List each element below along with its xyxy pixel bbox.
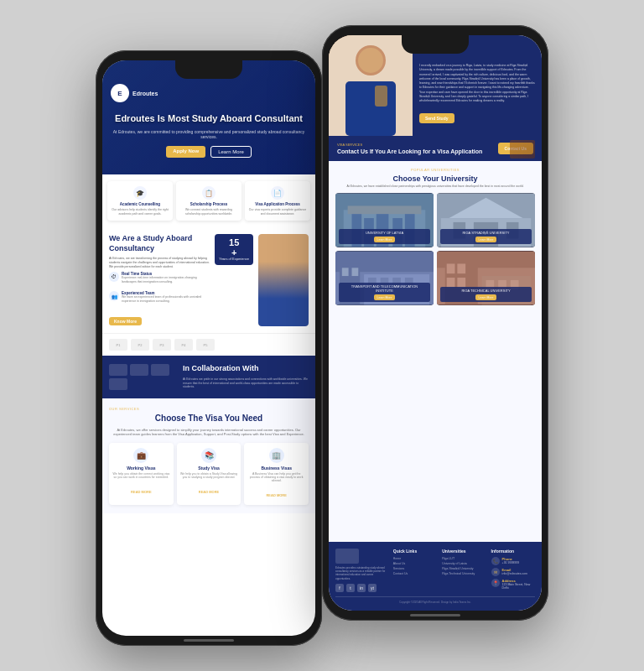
passport-decoration (510, 140, 535, 159)
footer-info-col: Information 📞 Phone +91 9999999 ✉ Email (491, 549, 535, 592)
footer-link-contact[interactable]: Contact Us (393, 572, 437, 575)
facebook-icon[interactable]: f (335, 584, 344, 592)
partner-3: P3 (153, 339, 171, 351)
learn-button[interactable]: Learn More (210, 146, 252, 158)
linkedin-icon[interactable]: in (357, 584, 366, 592)
fourth-image: RIGA TECHNICAL UNIVERSITY Learn More (437, 251, 535, 305)
footer-uni-1[interactable]: Riga LUT (442, 557, 486, 560)
fourth-name: RIGA TECHNICAL UNIVERSITY (444, 289, 528, 293)
service-cards-row: 🎓 Academic Counselling Our advisors help… (102, 174, 315, 227)
riga-btn[interactable]: Learn More (475, 237, 497, 242)
working-visa-icon: 💼 (133, 448, 148, 463)
right-screen: ❝ I recently embarked on a journey to Ri… (329, 35, 542, 611)
testimonial-person-image (329, 35, 413, 136)
send-study-button[interactable]: Send Study (419, 113, 454, 123)
footer-uni-4[interactable]: Riga Technical University (442, 572, 486, 575)
svg-rect-35 (447, 278, 455, 288)
hero-subtitle: At Edroutes, we are committed to providi… (111, 129, 307, 139)
visa-cta-tag: VISA SERVICES (337, 143, 482, 147)
fourth-label: RIGA TECHNICAL UNIVERSITY Learn More (440, 287, 532, 302)
footer-uni-3[interactable]: Riga Stradiņš University (442, 567, 486, 570)
left-notch (175, 60, 242, 79)
visa-section: OUR SERVICES Choose The Visa You Need At… (102, 398, 315, 513)
working-visa-link[interactable]: READ MORE (131, 490, 151, 494)
service-card-academic: 🎓 Academic Counselling Our advisors help… (107, 181, 173, 221)
academic-desc: Our advisors help students identify the … (111, 208, 169, 216)
visa-cards-row: 💼 Working Visas We help you obtain the c… (109, 443, 309, 505)
scholarship-title: Scholarship Process (179, 202, 238, 206)
email-value: info@edroutes.com (502, 572, 527, 575)
quick-links-list: Home About Us Services Contact Us (393, 557, 437, 575)
visa-cta-title: Contact Us If You Are Looking for a Visa… (337, 148, 482, 154)
quick-links-title: Quick Links (393, 549, 437, 554)
svg-rect-24 (352, 268, 359, 276)
logo-text: Edroutes (132, 91, 158, 96)
feature-team-text: Experienced Team We have an experienced … (122, 291, 210, 307)
collab-title: In Collaboration With (183, 364, 309, 374)
phone-info: 📞 Phone +91 9999999 (491, 557, 535, 565)
university-subtitle: At Edroutes, we have established close p… (335, 185, 535, 188)
partner-2: P2 (131, 339, 149, 351)
footer-universities-col: Universities Riga LUT University of Latv… (442, 549, 486, 592)
phone-details: Phone +91 9999999 (502, 557, 520, 564)
know-more-button[interactable]: Know More (109, 317, 142, 325)
about-desc: At Edroutes, we are transforming the pro… (109, 257, 210, 269)
right-home-bar (410, 614, 460, 616)
visa-section-tag: OUR SERVICES (109, 407, 309, 411)
study-visa-card: 📚 Study Visa We help you to obtain a Stu… (177, 443, 242, 505)
visa-section-title: Choose The Visa You Need (109, 414, 309, 423)
university-title: Choose Your University (335, 174, 535, 183)
footer-link-about[interactable]: About Us (393, 562, 437, 565)
university-tag: POPULAR UNIVERSITIES (335, 168, 535, 172)
partner-4: P4 (174, 339, 193, 351)
university-section: POPULAR UNIVERSITIES Choose Your Univers… (329, 161, 542, 542)
transport-btn[interactable]: Learn More (374, 294, 396, 300)
riga-name: RIGA STRADIŅŠ UNIVERSITY (444, 231, 528, 235)
info-col-title: Information (491, 549, 535, 554)
svg-rect-34 (457, 263, 465, 273)
email-info: ✉ Email info@edroutes.com (491, 568, 535, 576)
collab-logo-4 (109, 378, 127, 390)
latvia-label: UNIVERSITY OF LATVIA Learn More (339, 229, 430, 244)
experience-badge: 15 + Years of Experience (215, 234, 253, 265)
twitter-icon[interactable]: t (346, 584, 355, 592)
phone-value: +91 9999999 (502, 561, 520, 564)
academic-icon: 🎓 (133, 186, 147, 200)
visa-title: Visa Application Process (248, 202, 307, 206)
badge-number: 15 (219, 237, 249, 247)
fourth-btn[interactable]: Learn More (475, 294, 497, 300)
footer-uni-2[interactable]: University of Latvia (442, 562, 486, 565)
footer-grid: Edroutes provides outstanding study abro… (335, 549, 535, 592)
realtime-desc: Experience real-time information on immi… (122, 276, 210, 284)
feature-realtime-text: Real Time Status Experience real-time in… (122, 272, 210, 288)
business-visa-card: 🏢 Business Visas A Business Visa can hel… (244, 443, 309, 505)
address-value: 123 Main Street, New Delhi (502, 583, 535, 590)
footer-link-home[interactable]: Home (393, 557, 437, 560)
feature-realtime: ⏱ Real Time Status Experience real-time … (109, 272, 210, 288)
youtube-icon[interactable]: yt (368, 584, 377, 592)
business-visa-link[interactable]: READ MORE (266, 493, 286, 497)
partner-5: P5 (196, 339, 215, 351)
latvia-btn[interactable]: Learn More (374, 237, 396, 242)
apply-button[interactable]: Apply Now (166, 146, 205, 158)
visa-cta-text: VISA SERVICES Contact Us If You Are Look… (337, 143, 482, 154)
footer-logo (335, 549, 359, 564)
phone-icon: 📞 (491, 557, 500, 565)
study-visa-link[interactable]: READ MORE (199, 490, 219, 494)
uni-card-riga: RIGA STRADIŅŠ UNIVERSITY Learn More (437, 193, 535, 247)
right-notch (402, 35, 469, 54)
uni-card-latvia: UNIVERSITY OF LATVIA Learn More (335, 193, 434, 247)
address-icon: 📍 (491, 579, 500, 587)
person-silhouette (258, 234, 309, 326)
business-visa-desc: A Business Visa can help you get the pro… (247, 472, 305, 482)
address-details: Address 123 Main Street, New Delhi (502, 579, 535, 590)
collab-section: In Collaboration With At Edroutes we pri… (102, 356, 315, 398)
scholarship-icon: 📋 (202, 186, 216, 200)
footer-link-services[interactable]: Services (393, 567, 437, 570)
svg-rect-33 (447, 263, 455, 273)
riga-label: RIGA STRADIŅŠ UNIVERSITY Learn More (440, 229, 532, 244)
right-phone: ❝ I recently embarked on a journey to Ri… (322, 25, 548, 621)
hero-buttons: Apply Now Learn More (111, 146, 307, 158)
team-desc: We have an experienced team of professio… (122, 295, 210, 304)
footer-brand-col: Edroutes provides outstanding study abro… (335, 549, 388, 592)
